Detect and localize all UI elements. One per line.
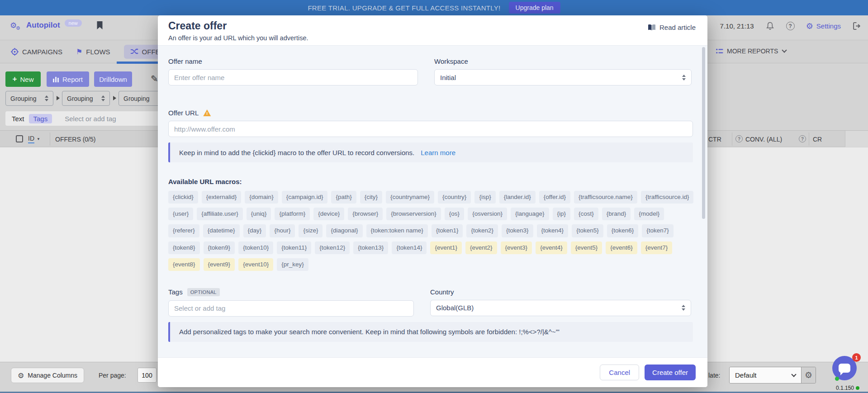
macro-chip[interactable]: {cost} — [574, 208, 598, 220]
macro-chip[interactable]: {isp} — [474, 191, 495, 204]
grouping-select-2[interactable]: Grouping — [62, 91, 110, 106]
cancel-button[interactable]: Cancel — [600, 365, 639, 380]
per-page-input[interactable]: 100 — [138, 368, 157, 383]
macro-chip[interactable]: {lander.id} — [499, 191, 536, 204]
macro-chip[interactable]: {token10} — [238, 241, 273, 254]
macro-chip[interactable]: {browserversion} — [386, 208, 441, 220]
create-offer-button[interactable]: Create offer — [645, 365, 696, 380]
macro-chip[interactable]: {trafficsource.id} — [641, 191, 694, 204]
macro-chip[interactable]: {token14} — [392, 241, 427, 254]
macro-chip[interactable]: {referer} — [168, 224, 199, 237]
macro-chip[interactable]: {token9} — [204, 241, 235, 254]
workspace-select[interactable]: Initial — [434, 69, 692, 85]
template-select[interactable]: Default — [730, 367, 801, 383]
macro-chip[interactable]: {token11} — [277, 241, 311, 254]
macro-chip[interactable]: {datetime} — [203, 224, 240, 237]
brand-autopilot[interactable]: Autopilot — [26, 21, 60, 30]
template-settings-button[interactable]: ⚙ — [801, 367, 816, 383]
offer-name-input[interactable] — [168, 69, 418, 85]
macro-chip[interactable]: {token6} — [607, 224, 639, 237]
column-header-offers[interactable]: OFFERS (0/5) — [55, 136, 95, 143]
macro-chip[interactable]: {diagonal} — [326, 224, 362, 237]
macro-chip[interactable]: {countryname} — [386, 191, 434, 204]
macro-chip[interactable]: {model} — [634, 208, 664, 220]
macro-chip[interactable]: {token12} — [315, 241, 350, 254]
macro-chip[interactable]: {token5} — [572, 224, 603, 237]
bell-icon[interactable] — [765, 21, 775, 31]
help-icon[interactable]: ? — [799, 135, 806, 142]
macro-chip[interactable]: {token3} — [502, 224, 533, 237]
modal-scrollbar[interactable] — [702, 47, 705, 219]
column-header-conv[interactable]: CONV. (ALL) — [745, 136, 782, 143]
macro-chip[interactable]: {token1} — [432, 224, 463, 237]
macro-chip[interactable]: {user} — [168, 208, 193, 220]
edit-pencil-icon[interactable]: ✎ — [151, 73, 158, 84]
macro-chip[interactable]: {ip} — [553, 208, 571, 220]
macro-chip[interactable]: {event1} — [430, 241, 462, 254]
macro-chip[interactable]: {path} — [331, 191, 356, 204]
macro-chip[interactable]: {os} — [445, 208, 464, 220]
settings-button[interactable]: ⚙ Settings — [806, 22, 841, 30]
macro-chip[interactable]: {event7} — [641, 241, 673, 254]
macro-chip[interactable]: {event5} — [571, 241, 602, 254]
select-all-checkbox[interactable] — [16, 135, 23, 142]
macro-chip[interactable]: {event8} — [168, 258, 200, 271]
new-button[interactable]: + New — [5, 71, 41, 87]
tab-campaigns[interactable]: CAMPAIGNS — [11, 48, 62, 56]
macro-chip[interactable]: {event9} — [204, 258, 235, 271]
macro-chip[interactable]: {event3} — [501, 241, 532, 254]
help-icon[interactable]: ? — [786, 22, 795, 30]
read-article-link[interactable]: Read article — [648, 24, 696, 31]
macro-chip[interactable]: {browser} — [348, 208, 383, 220]
macro-chip[interactable]: {device} — [313, 208, 344, 220]
macro-chip[interactable]: {pr_key} — [277, 258, 308, 271]
filter-mode-tags[interactable]: Tags — [29, 114, 52, 123]
macro-chip[interactable]: {token2} — [466, 224, 498, 237]
macro-chip[interactable]: {clickid} — [168, 191, 198, 204]
macro-chip[interactable]: {city} — [360, 191, 382, 204]
macro-chip[interactable]: {token:token name} — [366, 224, 428, 237]
report-button[interactable]: Report — [47, 71, 89, 87]
grouping-select-1[interactable]: Grouping — [5, 91, 53, 106]
macro-chip[interactable]: {token13} — [353, 241, 388, 254]
macro-chip[interactable]: {offer.id} — [539, 191, 570, 204]
macro-chip[interactable]: {event6} — [606, 241, 637, 254]
macro-chip[interactable]: {brand} — [602, 208, 631, 220]
macro-chip[interactable]: {affiliate.user} — [197, 208, 243, 220]
drilldown-button[interactable]: Drilldown — [94, 71, 132, 87]
manage-columns-button[interactable]: ⚙ Manage Columns — [11, 368, 84, 383]
macro-chip[interactable]: {hour} — [270, 224, 295, 237]
macro-chip[interactable]: {event2} — [465, 241, 497, 254]
macro-chip[interactable]: {country} — [438, 191, 471, 204]
tag-filter-input[interactable] — [65, 115, 142, 123]
column-header-cr[interactable]: CR — [813, 136, 822, 143]
macro-chip[interactable]: {externalid} — [202, 191, 242, 204]
tags-input[interactable] — [168, 300, 414, 317]
macro-chip[interactable]: {token8} — [168, 241, 200, 254]
learn-more-link[interactable]: Learn more — [421, 149, 455, 156]
macro-chip[interactable]: {platform} — [275, 208, 310, 220]
macro-chip[interactable]: {domain} — [245, 191, 278, 204]
macro-chip[interactable]: {event10} — [238, 258, 273, 271]
country-select[interactable]: Global(GLB) — [430, 300, 691, 316]
macro-chip[interactable]: {trafficsource.name} — [574, 191, 637, 204]
filter-mode-text[interactable]: Text — [12, 115, 24, 123]
help-icon[interactable]: ? — [735, 135, 743, 142]
macro-chip[interactable]: {osversion} — [468, 208, 507, 220]
column-header-id[interactable]: ID ▼ — [28, 135, 40, 143]
tab-flows[interactable]: ⚑ FLOWS — [76, 47, 110, 56]
column-header-ctr[interactable]: CTR — [708, 136, 721, 143]
macro-chip[interactable]: {uniq} — [247, 208, 271, 220]
macro-chip[interactable]: {event4} — [536, 241, 567, 254]
macro-chip[interactable]: {size} — [299, 224, 323, 237]
macro-chip[interactable]: {campaign.id} — [282, 191, 328, 204]
macro-chip[interactable]: {language} — [511, 208, 549, 220]
logout-icon[interactable] — [852, 22, 862, 30]
more-reports-button[interactable]: MORE REPORTS — [716, 47, 786, 55]
upgrade-plan-button[interactable]: Upgrade plan — [509, 2, 560, 14]
macro-chip[interactable]: {token4} — [537, 224, 569, 237]
macro-chip[interactable]: {day} — [243, 224, 266, 237]
bookmark-icon[interactable] — [96, 21, 103, 30]
offer-url-input[interactable] — [168, 121, 693, 137]
macro-chip[interactable]: {token7} — [642, 224, 674, 237]
